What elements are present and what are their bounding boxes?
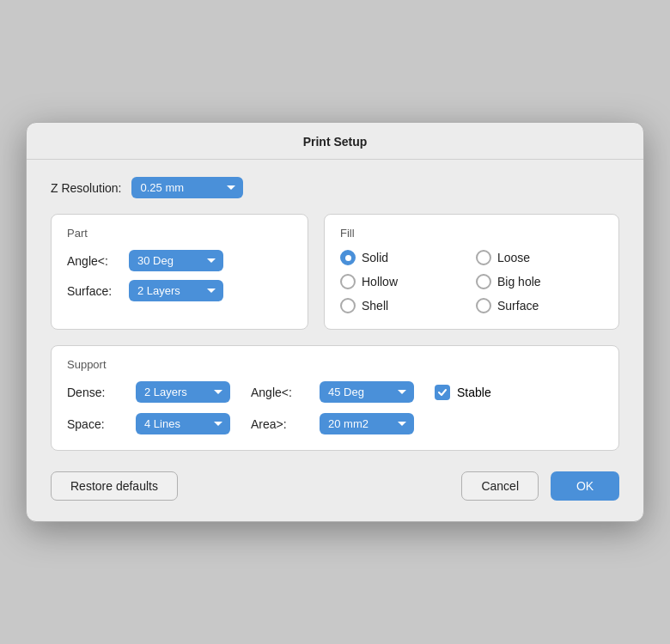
- support-angle-label: Angle<:: [251, 386, 313, 399]
- stable-field[interactable]: Stable: [435, 385, 491, 400]
- space-label: Space:: [67, 417, 129, 431]
- space-select[interactable]: 4 Lines 2 Lines 3 Lines 6 Lines: [136, 413, 230, 434]
- fill-section: Fill Solid Loose: [324, 214, 619, 330]
- fill-option-hollow[interactable]: Hollow: [340, 274, 467, 289]
- part-section: Part Angle<: 30 Deg 10 Deg 20 Deg 45 Deg…: [51, 214, 308, 330]
- stable-label: Stable: [457, 386, 491, 399]
- fill-bighole-label: Big hole: [497, 275, 541, 289]
- area-field: Area>: 20 mm2 5 mm2 10 mm2 50 mm2: [251, 413, 414, 434]
- dense-label: Dense:: [67, 386, 129, 399]
- restore-defaults-button[interactable]: Restore defaults: [51, 471, 178, 501]
- stable-checkbox[interactable]: [435, 385, 450, 400]
- surface-label: Surface:: [67, 284, 129, 298]
- fill-option-solid[interactable]: Solid: [340, 250, 467, 265]
- support-angle-field: Angle<: 45 Deg 30 Deg 60 Deg: [251, 381, 414, 403]
- print-setup-dialog: Print Setup Z Resolution: 0.25 mm 0.10 m…: [26, 122, 644, 522]
- fill-section-label: Fill: [340, 227, 603, 240]
- angle-field-row: Angle<: 30 Deg 10 Deg 20 Deg 45 Deg: [67, 250, 292, 271]
- part-section-label: Part: [67, 227, 292, 240]
- fill-option-shell[interactable]: Shell: [340, 298, 467, 313]
- space-field: Space: 4 Lines 2 Lines 3 Lines 6 Lines: [67, 413, 230, 434]
- surface-field-row: Surface: 2 Layers 1 Layer 3 Layers 4 Lay…: [67, 280, 292, 301]
- radio-shell: [340, 298, 356, 313]
- radio-loose: [476, 250, 491, 265]
- fill-loose-label: Loose: [497, 251, 530, 264]
- fill-shell-label: Shell: [362, 299, 388, 313]
- part-fill-grid: Part Angle<: 30 Deg 10 Deg 20 Deg 45 Deg…: [51, 214, 619, 330]
- radio-hollow: [340, 274, 356, 289]
- area-select[interactable]: 20 mm2 5 mm2 10 mm2 50 mm2: [320, 413, 414, 434]
- angle-select[interactable]: 30 Deg 10 Deg 20 Deg 45 Deg: [129, 250, 223, 271]
- dialog-footer: Restore defaults Cancel OK: [27, 471, 643, 501]
- radio-solid: [340, 250, 356, 265]
- support-section-label: Support: [67, 358, 603, 371]
- fill-surface-label: Surface: [497, 299, 539, 313]
- z-resolution-label: Z Resolution:: [51, 181, 121, 195]
- radio-surface: [476, 298, 491, 313]
- z-resolution-select[interactable]: 0.25 mm 0.10 mm 0.15 mm 0.50 mm: [131, 177, 243, 198]
- surface-select[interactable]: 2 Layers 1 Layer 3 Layers 4 Layers: [129, 280, 223, 301]
- fill-hollow-label: Hollow: [362, 275, 398, 289]
- fill-solid-label: Solid: [362, 251, 388, 264]
- fill-option-surface[interactable]: Surface: [476, 298, 603, 313]
- dense-select[interactable]: 2 Layers 1 Layer 3 Layers: [136, 381, 230, 403]
- support-section: Support Dense: 2 Layers 1 Layer 3 Layers…: [51, 345, 619, 451]
- footer-right-buttons: Cancel OK: [461, 471, 619, 501]
- fill-option-bighole[interactable]: Big hole: [476, 274, 603, 289]
- z-resolution-row: Z Resolution: 0.25 mm 0.10 mm 0.15 mm 0.…: [51, 177, 619, 198]
- support-angle-select[interactable]: 45 Deg 30 Deg 60 Deg: [320, 381, 414, 403]
- fill-option-loose[interactable]: Loose: [476, 250, 603, 265]
- radio-bighole: [476, 274, 491, 289]
- dialog-title: Print Setup: [27, 123, 643, 160]
- angle-label: Angle<:: [67, 254, 129, 268]
- area-label: Area>:: [251, 417, 313, 431]
- ok-button[interactable]: OK: [551, 471, 619, 501]
- dense-field: Dense: 2 Layers 1 Layer 3 Layers: [67, 381, 230, 403]
- cancel-button[interactable]: Cancel: [461, 471, 539, 501]
- fill-radio-grid: Solid Loose Hollow Big hol: [340, 250, 603, 313]
